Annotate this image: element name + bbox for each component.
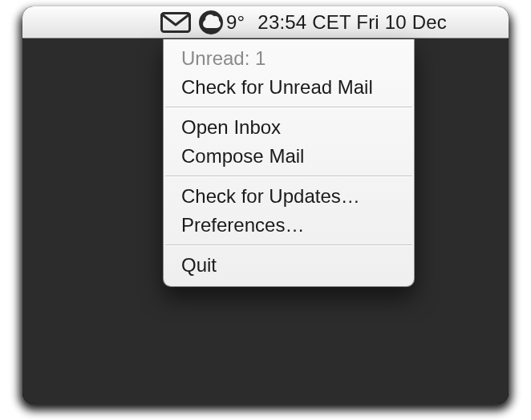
- menu-item-preferences[interactable]: Preferences…: [164, 211, 414, 240]
- menu-separator: [165, 244, 412, 246]
- cloud-icon: [199, 10, 223, 34]
- screenshot-frame: 9° 23:54 CET Fri 10 Dec Unread: 1 Check …: [22, 6, 509, 404]
- menu-item-check-unread[interactable]: Check for Unread Mail: [164, 73, 414, 102]
- weather-widget[interactable]: 9°: [199, 10, 245, 34]
- menu-item-compose-mail[interactable]: Compose Mail: [164, 142, 414, 171]
- mail-icon[interactable]: [160, 12, 191, 33]
- menubar-clock[interactable]: 23:54 CET Fri 10 Dec: [257, 11, 447, 34]
- menu-separator: [165, 107, 412, 108]
- menu-bar: 9° 23:54 CET Fri 10 Dec: [22, 6, 509, 38]
- menu-item-quit[interactable]: Quit: [164, 251, 414, 280]
- mail-dropdown-menu: Unread: 1 Check for Unread Mail Open Inb…: [163, 39, 415, 287]
- menu-item-check-updates[interactable]: Check for Updates…: [164, 182, 414, 211]
- menu-item-open-inbox[interactable]: Open Inbox: [164, 113, 414, 142]
- menu-status-unread: Unread: 1: [164, 44, 414, 73]
- menu-separator: [165, 176, 412, 177]
- weather-temperature: 9°: [226, 11, 245, 34]
